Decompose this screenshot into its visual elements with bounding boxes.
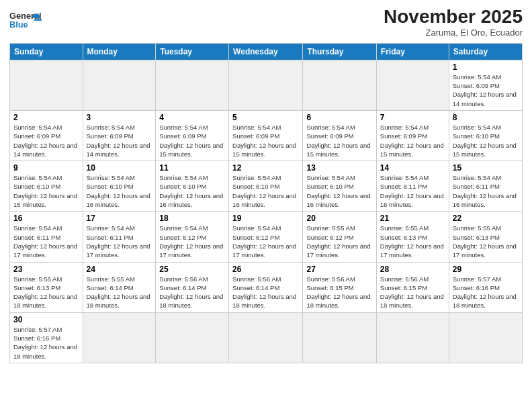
table-row: 22Sunrise: 5:55 AM Sunset: 6:13 PM Dayli… (449, 212, 522, 262)
day-info: Sunrise: 5:55 AM Sunset: 6:14 PM Dayligh… (87, 275, 152, 310)
table-row: 21Sunrise: 5:55 AM Sunset: 6:13 PM Dayli… (376, 212, 449, 262)
day-number: 18 (159, 214, 225, 223)
col-sunday: Sunday (10, 43, 83, 60)
subtitle: Zaruma, El Oro, Ecuador (384, 28, 523, 38)
table-row (229, 312, 303, 363)
table-row: 2Sunrise: 5:54 AM Sunset: 6:09 PM Daylig… (10, 110, 83, 161)
day-info: Sunrise: 5:54 AM Sunset: 6:11 PM Dayligh… (13, 224, 79, 259)
table-row: 14Sunrise: 5:54 AM Sunset: 6:11 PM Dayli… (376, 161, 449, 212)
day-number: 28 (380, 265, 445, 274)
logo: General Blue (9, 7, 42, 34)
col-monday: Monday (83, 43, 156, 60)
day-number: 12 (232, 163, 299, 173)
day-info: Sunrise: 5:54 AM Sunset: 6:11 PM Dayligh… (380, 173, 445, 209)
table-row: 4Sunrise: 5:54 AM Sunset: 6:09 PM Daylig… (156, 110, 229, 161)
col-saturday: Saturday (449, 43, 522, 60)
table-row: 19Sunrise: 5:54 AM Sunset: 6:12 PM Dayli… (229, 212, 303, 262)
table-row: 30Sunrise: 5:57 AM Sunset: 6:16 PM Dayli… (10, 312, 83, 363)
col-wednesday: Wednesday (229, 43, 303, 60)
table-row: 10Sunrise: 5:54 AM Sunset: 6:10 PM Dayli… (83, 161, 156, 212)
table-row: 13Sunrise: 5:54 AM Sunset: 6:10 PM Dayli… (303, 161, 376, 212)
svg-rect-3 (34, 19, 42, 20)
table-row (10, 60, 83, 110)
calendar-header-row: Sunday Monday Tuesday Wednesday Thursday… (10, 43, 523, 60)
month-title: November 2025 (384, 7, 523, 28)
day-info: Sunrise: 5:54 AM Sunset: 6:09 PM Dayligh… (380, 123, 445, 158)
day-number: 13 (306, 163, 372, 173)
day-number: 5 (232, 113, 299, 122)
day-number: 8 (453, 113, 519, 122)
day-info: Sunrise: 5:54 AM Sunset: 6:12 PM Dayligh… (232, 224, 299, 259)
table-row (156, 60, 229, 110)
table-row (376, 312, 449, 363)
day-info: Sunrise: 5:54 AM Sunset: 6:10 PM Dayligh… (453, 123, 519, 158)
day-info: Sunrise: 5:57 AM Sunset: 6:16 PM Dayligh… (453, 275, 519, 310)
day-number: 4 (159, 113, 225, 122)
day-number: 29 (453, 265, 519, 274)
day-number: 23 (13, 265, 79, 274)
day-info: Sunrise: 5:55 AM Sunset: 6:13 PM Dayligh… (13, 275, 79, 310)
day-number: 25 (159, 265, 225, 274)
table-row: 27Sunrise: 5:56 AM Sunset: 6:15 PM Dayli… (303, 262, 376, 312)
table-row: 25Sunrise: 5:56 AM Sunset: 6:14 PM Dayli… (156, 262, 229, 312)
day-info: Sunrise: 5:57 AM Sunset: 6:16 PM Dayligh… (13, 325, 79, 361)
calendar-table: Sunday Monday Tuesday Wednesday Thursday… (9, 43, 523, 363)
day-number: 2 (13, 113, 79, 122)
day-info: Sunrise: 5:54 AM Sunset: 6:10 PM Dayligh… (87, 173, 152, 209)
day-info: Sunrise: 5:56 AM Sunset: 6:15 PM Dayligh… (306, 275, 372, 310)
col-tuesday: Tuesday (156, 43, 229, 60)
day-number: 19 (232, 214, 299, 223)
table-row: 29Sunrise: 5:57 AM Sunset: 6:16 PM Dayli… (449, 262, 522, 312)
day-number: 21 (380, 214, 445, 223)
day-info: Sunrise: 5:54 AM Sunset: 6:11 PM Dayligh… (87, 224, 152, 259)
day-number: 7 (380, 113, 445, 122)
day-number: 22 (453, 214, 519, 223)
table-row: 11Sunrise: 5:54 AM Sunset: 6:10 PM Dayli… (156, 161, 229, 212)
page: General Blue November 2025 Zaruma, El Or… (0, 0, 532, 411)
table-row: 9Sunrise: 5:54 AM Sunset: 6:10 PM Daylig… (10, 161, 83, 212)
day-info: Sunrise: 5:54 AM Sunset: 6:11 PM Dayligh… (453, 173, 519, 209)
table-row: 20Sunrise: 5:55 AM Sunset: 6:12 PM Dayli… (303, 212, 376, 262)
table-row: 3Sunrise: 5:54 AM Sunset: 6:09 PM Daylig… (83, 110, 156, 161)
table-row: 16Sunrise: 5:54 AM Sunset: 6:11 PM Dayli… (10, 212, 83, 262)
table-row: 18Sunrise: 5:54 AM Sunset: 6:12 PM Dayli… (156, 212, 229, 262)
table-row (303, 60, 376, 110)
day-info: Sunrise: 5:54 AM Sunset: 6:09 PM Dayligh… (232, 123, 299, 158)
day-number: 10 (87, 163, 152, 173)
day-number: 3 (87, 113, 152, 122)
day-info: Sunrise: 5:56 AM Sunset: 6:14 PM Dayligh… (159, 275, 225, 310)
day-number: 20 (306, 214, 372, 223)
day-number: 14 (380, 163, 445, 173)
day-info: Sunrise: 5:56 AM Sunset: 6:15 PM Dayligh… (380, 275, 445, 310)
table-row: 6Sunrise: 5:54 AM Sunset: 6:09 PM Daylig… (303, 110, 376, 161)
day-info: Sunrise: 5:54 AM Sunset: 6:09 PM Dayligh… (306, 123, 372, 158)
day-number: 15 (453, 163, 519, 173)
day-info: Sunrise: 5:55 AM Sunset: 6:13 PM Dayligh… (453, 224, 519, 259)
day-number: 1 (453, 62, 519, 72)
table-row: 8Sunrise: 5:54 AM Sunset: 6:10 PM Daylig… (449, 110, 522, 161)
table-row (156, 312, 229, 363)
day-info: Sunrise: 5:54 AM Sunset: 6:10 PM Dayligh… (13, 173, 79, 209)
title-block: November 2025 Zaruma, El Oro, Ecuador (384, 7, 523, 38)
day-info: Sunrise: 5:54 AM Sunset: 6:09 PM Dayligh… (159, 123, 225, 158)
table-row (303, 312, 376, 363)
table-row: 7Sunrise: 5:54 AM Sunset: 6:09 PM Daylig… (376, 110, 449, 161)
day-number: 30 (13, 315, 79, 324)
day-info: Sunrise: 5:54 AM Sunset: 6:10 PM Dayligh… (159, 173, 225, 209)
day-info: Sunrise: 5:55 AM Sunset: 6:13 PM Dayligh… (380, 224, 445, 259)
table-row (376, 60, 449, 110)
day-info: Sunrise: 5:54 AM Sunset: 6:12 PM Dayligh… (159, 224, 225, 259)
logo-icon: General Blue (9, 7, 42, 34)
day-number: 16 (13, 214, 79, 223)
svg-text:Blue: Blue (9, 19, 28, 30)
day-info: Sunrise: 5:56 AM Sunset: 6:14 PM Dayligh… (232, 275, 299, 310)
table-row: 12Sunrise: 5:54 AM Sunset: 6:10 PM Dayli… (229, 161, 303, 212)
header: General Blue November 2025 Zaruma, El Or… (9, 7, 523, 38)
day-info: Sunrise: 5:54 AM Sunset: 6:10 PM Dayligh… (232, 173, 299, 209)
day-number: 11 (159, 163, 225, 173)
day-info: Sunrise: 5:54 AM Sunset: 6:09 PM Dayligh… (87, 123, 152, 158)
col-friday: Friday (376, 43, 449, 60)
table-row: 26Sunrise: 5:56 AM Sunset: 6:14 PM Dayli… (229, 262, 303, 312)
table-row (83, 60, 156, 110)
day-number: 17 (87, 214, 152, 223)
